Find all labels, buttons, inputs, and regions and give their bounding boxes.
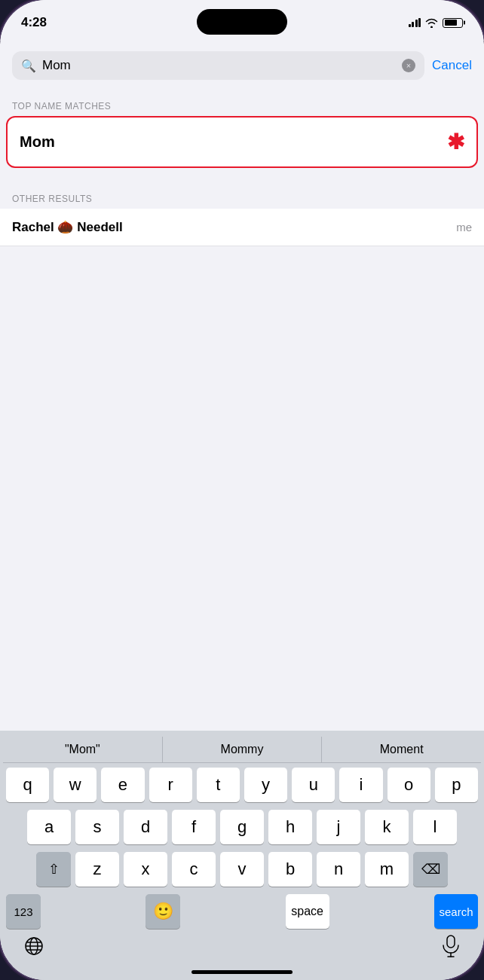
delete-icon: ⌫ — [421, 861, 440, 878]
key-x[interactable]: x — [124, 852, 167, 887]
key-j[interactable]: j — [317, 810, 360, 844]
key-y[interactable]: y — [244, 768, 287, 802]
shift-icon: ⇧ — [48, 861, 60, 878]
search-key[interactable]: search — [434, 894, 478, 929]
status-time: 4:28 — [21, 15, 47, 30]
cancel-button[interactable]: Cancel — [432, 58, 472, 73]
autocomplete-mommy[interactable]: Mommy — [163, 737, 323, 762]
delete-key[interactable]: ⌫ — [413, 852, 448, 887]
dynamic-island — [197, 9, 287, 35]
key-r[interactable]: r — [149, 768, 192, 802]
search-bar-container: 🔍 Mom × Cancel — [0, 44, 484, 87]
emoji-key[interactable]: 🙂 — [146, 894, 180, 929]
key-b[interactable]: b — [268, 852, 312, 887]
home-indicator — [191, 970, 293, 974]
key-t[interactable]: t — [197, 768, 240, 802]
key-c[interactable]: c — [172, 852, 216, 887]
top-match-item[interactable]: Mom ✱ — [6, 116, 478, 168]
battery-icon — [443, 18, 463, 28]
clear-button[interactable]: × — [402, 59, 415, 72]
search-input[interactable]: Mom — [42, 58, 396, 73]
key-d[interactable]: d — [124, 810, 167, 844]
asterisk-icon: ✱ — [447, 130, 464, 154]
phone-frame: 4:28 — [0, 0, 484, 980]
phone-screen: 4:28 — [0, 0, 484, 980]
key-m[interactable]: m — [365, 852, 409, 887]
key-z[interactable]: z — [75, 852, 119, 887]
search-icon: 🔍 — [21, 59, 36, 73]
key-h[interactable]: h — [268, 810, 312, 844]
status-icons — [409, 18, 464, 28]
key-v[interactable]: v — [220, 852, 264, 887]
key-o[interactable]: o — [388, 768, 430, 802]
search-bar[interactable]: 🔍 Mom × — [12, 51, 424, 80]
signal-bars-icon — [409, 18, 421, 27]
keyboard-row-4: 123 🙂 space search — [3, 894, 481, 929]
key-g[interactable]: g — [220, 810, 264, 844]
globe-icon[interactable] — [24, 936, 44, 956]
result-name: Rachel 🌰 Needell — [12, 219, 123, 235]
key-a[interactable]: a — [27, 810, 71, 844]
battery-fill — [445, 20, 458, 26]
autocomplete-moment[interactable]: Moment — [322, 737, 481, 762]
top-name-matches-header: TOP NAME MATCHES — [0, 87, 484, 116]
key-f[interactable]: f — [172, 810, 216, 844]
key-u[interactable]: u — [292, 768, 335, 802]
numbers-key[interactable]: 123 — [6, 894, 41, 929]
result-item[interactable]: Rachel 🌰 Needell me — [0, 209, 484, 246]
keyboard: "Mom" Mommy Moment q w e r t y u i o p a… — [0, 731, 484, 980]
key-p[interactable]: p — [435, 768, 478, 802]
wifi-icon — [425, 18, 438, 28]
key-k[interactable]: k — [365, 810, 409, 844]
space-key[interactable]: space — [286, 894, 329, 929]
keyboard-row-3: ⇧ z x c v b n m ⌫ — [3, 852, 481, 887]
shift-key[interactable]: ⇧ — [36, 852, 71, 887]
other-results-header: OTHER RESULTS — [0, 180, 484, 209]
autocomplete-bar: "Mom" Mommy Moment — [3, 737, 481, 763]
key-w[interactable]: w — [54, 768, 96, 802]
autocomplete-mom[interactable]: "Mom" — [3, 737, 163, 762]
key-n[interactable]: n — [317, 852, 360, 887]
keyboard-row-2: a s d f g h j k l — [3, 810, 481, 844]
key-l[interactable]: l — [413, 810, 457, 844]
key-s[interactable]: s — [75, 810, 119, 844]
key-q[interactable]: q — [6, 768, 49, 802]
top-match-name: Mom — [20, 133, 55, 151]
key-i[interactable]: i — [339, 768, 382, 802]
microphone-icon[interactable] — [442, 935, 460, 957]
result-badge: me — [456, 221, 472, 234]
key-e[interactable]: e — [101, 768, 144, 802]
svg-rect-5 — [447, 936, 455, 948]
keyboard-row-1: q w e r t y u i o p — [3, 768, 481, 802]
content-area — [0, 246, 484, 397]
other-results-section: OTHER RESULTS Rachel 🌰 Needell me — [0, 180, 484, 246]
